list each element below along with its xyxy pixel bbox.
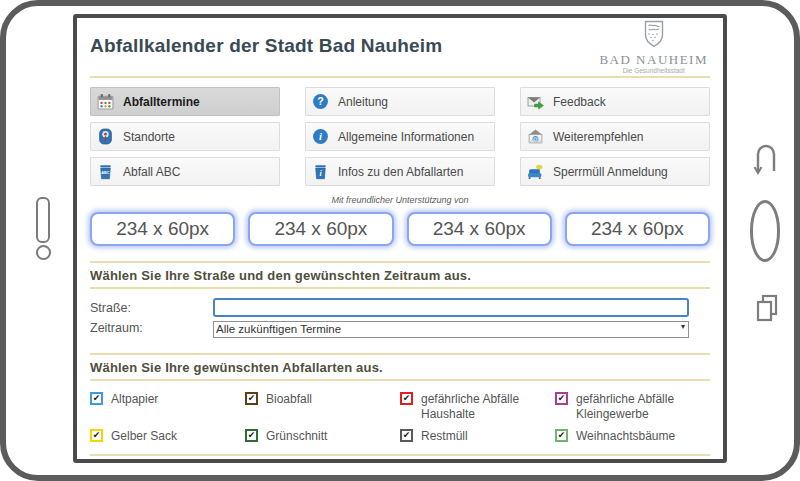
location-icon [97,128,114,145]
ad-placeholder[interactable]: 234 x 60px [565,212,710,246]
check-icon: ✔ [92,431,101,440]
volume-rocker[interactable] [36,197,50,243]
share-envelope-icon: @ [527,128,544,145]
svg-text:?: ? [317,95,323,107]
waste-bin-abc-icon: ABC [97,163,114,180]
feedback-envelope-icon [527,93,544,110]
nav-label: Standorte [123,130,175,144]
checkbox-frame: ✔ [90,392,103,405]
nav-label: Feedback [553,95,606,109]
checkbox-gruenschnitt[interactable]: ✔ Grünschnitt [245,429,400,444]
nav-label: Sperrmüll Anmeldung [553,165,668,179]
nav-button-standorte[interactable]: Standorte [90,122,280,151]
ad-size-label: 234 x 60px [591,218,684,240]
bottom-divider [90,454,710,456]
street-form: Straße: Zeitraum: Alle zukünftigen Termi… [90,298,710,338]
checkbox-altpapier[interactable]: ✔ Altpapier [90,392,245,422]
check-icon: ✔ [557,394,566,403]
pages-icon[interactable] [754,292,780,326]
app-header: Abfallkalender der Stadt Bad Nauheim BAD… [90,18,710,78]
ad-placeholder[interactable]: 234 x 60px [248,212,393,246]
ad-row: 234 x 60px 234 x 60px 234 x 60px 234 x 6… [90,212,710,246]
nav-label: Abfalltermine [123,95,200,109]
checkbox-frame: ✔ [245,392,258,405]
sponsor-text: Mit freundlicher Unterstützung von [90,195,710,205]
checkbox-gefaehrliche-abfaelle-haushalte[interactable]: ✔ gefährliche Abfälle Haushalte [400,392,555,422]
check-icon: ✔ [247,431,256,440]
svg-text:ABC: ABC [101,171,110,175]
ad-size-label: 234 x 60px [274,218,367,240]
check-icon: ✔ [402,394,411,403]
orientation-oval-icon[interactable] [750,200,780,262]
svg-text:i: i [319,131,322,142]
ad-placeholder[interactable]: 234 x 60px [407,212,552,246]
nav-button-sperrmuell-anmeldung[interactable]: Sperrmüll Anmeldung [520,157,710,186]
nav-button-abfalltermine[interactable]: Abfalltermine [90,87,280,116]
zeitraum-select[interactable]: Alle zukünftigen Termine [213,321,689,338]
svg-text:@: @ [533,136,539,142]
ad-size-label: 234 x 60px [116,218,209,240]
app-screen: Abfallkalender der Stadt Bad Nauheim BAD… [73,14,727,463]
checkbox-bioabfall[interactable]: ✔ Bioabfall [245,392,400,422]
nav-label: Allgemeine Informationen [338,130,474,144]
street-input[interactable] [213,298,689,317]
furniture-icon [527,163,544,180]
checkbox-frame: ✔ [245,429,258,442]
nav-button-feedback[interactable]: Feedback [520,87,710,116]
logo-name: BAD NAUHEIM [599,53,708,66]
nav-label: Abfall ABC [123,165,180,179]
nav-button-weiterempfehlen[interactable]: @ Weiterempfehlen [520,122,710,151]
nav-label: Weiterempfehlen [553,130,644,144]
coat-of-arms-icon [642,20,666,48]
street-section-heading: Wählen Sie Ihre Straße und den gewünscht… [90,261,710,289]
checkbox-frame: ✔ [400,429,413,442]
zeitraum-label: Zeitraum: [90,321,213,335]
nav-button-anleitung[interactable]: ? Anleitung [305,87,495,116]
check-icon: ✔ [92,394,101,403]
nav-button-abfall-abc[interactable]: ABC Abfall ABC [90,157,280,186]
check-icon: ✔ [247,394,256,403]
checkbox-restmuell[interactable]: ✔ Restmüll [400,429,555,444]
checkbox-gefaehrliche-abfaelle-kleingewerbe[interactable]: ✔ gefährliche Abfälle Kleingewerbe [555,392,710,422]
nav-label: Anleitung [338,95,388,109]
nav-label: Infos zu den Abfallarten [338,165,463,179]
zeitraum-select-wrap: Alle zukünftigen Termine ▾ [213,319,689,338]
tablet-frame: Abfallkalender der Stadt Bad Nauheim BAD… [0,0,800,481]
rotate-icon[interactable] [752,140,778,176]
check-icon: ✔ [557,431,566,440]
street-label: Straße: [90,301,213,315]
waste-bin-info-icon: i [312,163,329,180]
waste-type-grid: ✔ Altpapier ✔ Bioabfall ✔ gefährliche Ab… [90,392,710,444]
check-icon: ✔ [402,431,411,440]
calendar-icon [97,93,114,110]
waste-section-heading: Wählen Sie Ihre gewünschten Abfallarten … [90,353,710,381]
checkbox-frame: ✔ [555,392,568,405]
question-circle-icon: ? [312,93,329,110]
checkbox-gelber-sack[interactable]: ✔ Gelber Sack [90,429,245,444]
checkbox-frame: ✔ [90,429,103,442]
info-circle-icon: i [312,128,329,145]
ad-placeholder[interactable]: 234 x 60px [90,212,235,246]
checkbox-weihnachtsbaeume[interactable]: ✔ Weihnachtsbäume [555,429,710,444]
checkbox-frame: ✔ [400,392,413,405]
nav-button-allgemeine-informationen[interactable]: i Allgemeine Informationen [305,122,495,151]
city-logo: BAD NAUHEIM Die Gesundheitsstadt [599,20,708,75]
nav-button-infos-abfallarten[interactable]: i Infos zu den Abfallarten [305,157,495,186]
checkbox-frame: ✔ [555,429,568,442]
ad-size-label: 234 x 60px [433,218,526,240]
logo-tagline: Die Gesundheitsstadt [599,68,708,75]
camera-dot [36,245,51,260]
nav-grid: Abfalltermine ? Anleitung [90,87,710,186]
